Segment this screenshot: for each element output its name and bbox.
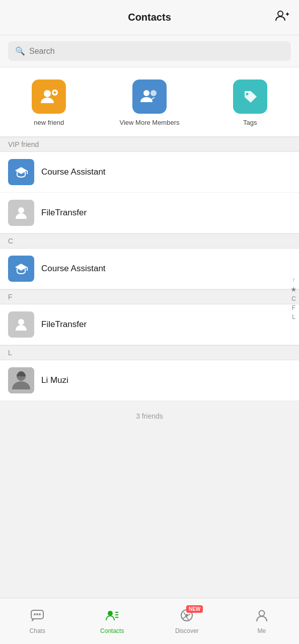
- nav-label-me: Me: [257, 627, 266, 634]
- alpha-l[interactable]: L: [292, 314, 295, 320]
- contact-item-li-muzi[interactable]: Li Muzi: [0, 360, 299, 401]
- spacer: [0, 431, 299, 522]
- nav-item-discover[interactable]: NEW Discover: [150, 608, 225, 634]
- svg-point-8: [151, 90, 157, 96]
- contact-avatar-file-transfer-f: [8, 311, 34, 338]
- nav-item-chats[interactable]: Chats: [0, 608, 75, 634]
- svg-point-0: [278, 11, 283, 16]
- discover-icon: [180, 611, 194, 625]
- graduation-icon: [13, 164, 29, 180]
- vip-friend-section-header: VIP friend: [0, 137, 299, 152]
- contact-avatar-course-assistant-vip: [8, 159, 34, 185]
- alpha-f[interactable]: F: [292, 305, 295, 311]
- contact-item-course-assistant-c[interactable]: Course Assistant: [0, 249, 299, 289]
- contact-name-file-transfer-f: FileTransfer: [41, 319, 87, 330]
- new-friend-icon-bg: [32, 79, 66, 114]
- contact-name-course-assistant-vip: Course Assistant: [41, 167, 106, 177]
- svg-point-9: [246, 93, 248, 96]
- nav-label-chats: Chats: [30, 627, 45, 634]
- section-f-list: FileTransfer: [0, 304, 299, 345]
- me-icon: [255, 608, 269, 625]
- add-contact-button[interactable]: [275, 9, 289, 26]
- add-friend-icon: [39, 87, 58, 106]
- alpha-up-arrow[interactable]: ↑: [292, 277, 295, 283]
- svg-point-19: [39, 613, 41, 615]
- section-l-list: Li Muzi: [0, 360, 299, 401]
- section-header-c: C: [0, 233, 299, 249]
- friends-count-text: 3 friends: [136, 412, 163, 420]
- svg-point-26: [259, 610, 264, 616]
- friends-count: 3 friends: [0, 401, 299, 431]
- person-icon-gray: [14, 205, 29, 220]
- nav-item-contacts[interactable]: Contacts: [75, 608, 150, 634]
- page-title: Contacts: [128, 12, 171, 23]
- contact-item-file-transfer-f[interactable]: FileTransfer: [0, 304, 299, 345]
- search-icon: 🔍: [15, 46, 25, 56]
- search-bar: 🔍: [0, 35, 299, 67]
- section-header-f: F: [0, 289, 299, 304]
- svg-point-20: [108, 611, 113, 616]
- contact-item-course-assistant-vip[interactable]: Course Assistant: [0, 152, 299, 193]
- svg-point-7: [143, 90, 150, 96]
- contact-item-file-transfer-vip[interactable]: FileTransfer: [0, 193, 299, 233]
- discover-icon-wrapper: NEW: [180, 608, 194, 625]
- view-more-members-icon-bg: [132, 79, 167, 114]
- contact-name-course-assistant-c: Course Assistant: [41, 264, 106, 274]
- section-letter-c: C: [8, 237, 13, 245]
- discover-new-badge: NEW: [186, 605, 203, 613]
- graduation-icon-c: [13, 261, 29, 277]
- svg-point-17: [34, 613, 36, 615]
- person-icon-f: [14, 317, 29, 332]
- svg-point-18: [36, 613, 38, 615]
- svg-point-13: [18, 319, 24, 325]
- group-icon: [139, 87, 160, 106]
- tags-button[interactable]: Tags: [233, 79, 267, 126]
- vip-contact-list: Course Assistant FileTransfer: [0, 152, 299, 233]
- alpha-star[interactable]: ★: [290, 286, 297, 293]
- chats-icon: [30, 608, 44, 625]
- svg-point-11: [18, 207, 24, 213]
- vip-friend-label: VIP friend: [8, 140, 39, 148]
- add-person-icon: [275, 9, 289, 23]
- search-input[interactable]: [29, 47, 284, 56]
- header: Contacts: [0, 0, 299, 35]
- section-header-l: L: [0, 345, 299, 360]
- svg-point-25: [186, 614, 188, 616]
- contacts-icon: [105, 608, 119, 625]
- alpha-c[interactable]: C: [291, 296, 296, 302]
- contact-name-file-transfer-vip: FileTransfer: [41, 208, 87, 218]
- new-friend-button[interactable]: new friend: [32, 79, 66, 126]
- section-letter-f: F: [8, 293, 13, 301]
- section-c-list: Course Assistant: [0, 249, 299, 289]
- tags-icon-bg: [233, 79, 267, 114]
- alphabet-index: ↑ ★ C F L: [290, 277, 297, 320]
- contact-avatar-course-assistant-c: [8, 256, 34, 282]
- svg-point-3: [44, 90, 51, 97]
- quick-actions: new friend View More Members Tags: [0, 67, 299, 137]
- contact-name-li-muzi: Li Muzi: [41, 375, 68, 385]
- nav-label-contacts: Contacts: [100, 627, 124, 634]
- search-input-wrapper[interactable]: 🔍: [8, 41, 291, 61]
- nav-item-me[interactable]: Me: [225, 608, 300, 634]
- contact-avatar-li-muzi: [8, 367, 34, 393]
- tags-label: Tags: [243, 119, 257, 126]
- person-silhouette-li-muzi: [8, 367, 34, 393]
- contact-avatar-file-transfer-vip: [8, 200, 34, 226]
- view-more-members-button[interactable]: View More Members: [120, 79, 180, 126]
- view-more-members-label: View More Members: [120, 119, 180, 126]
- nav-label-discover: Discover: [175, 627, 199, 634]
- bottom-nav: Chats Contacts NEW Dis: [0, 598, 299, 644]
- section-letter-l: L: [8, 349, 12, 357]
- tag-icon: [241, 87, 260, 106]
- new-friend-label: new friend: [34, 119, 64, 126]
